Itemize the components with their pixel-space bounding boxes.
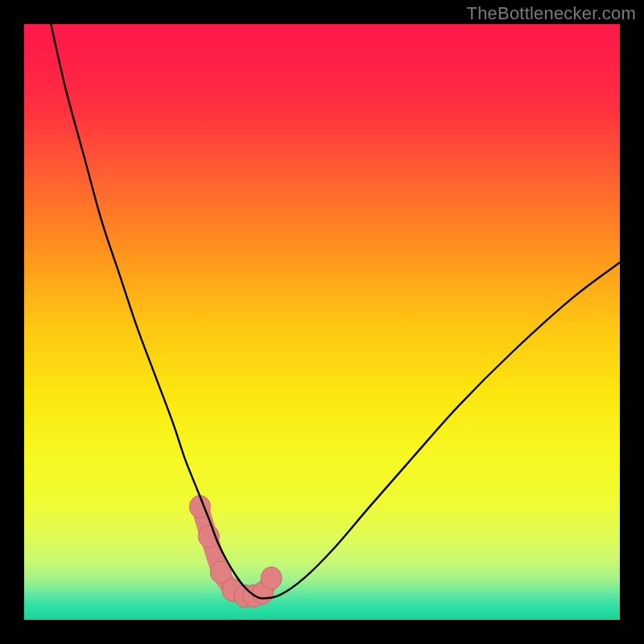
watermark-text: TheBottlenecker.com [467, 3, 636, 24]
plot-area [24, 24, 620, 620]
bottleneck-curve-path [51, 24, 620, 598]
marker-group [189, 495, 282, 607]
chart-frame: TheBottlenecker.com [0, 0, 644, 644]
chart-overlay [24, 24, 620, 620]
marker-dot [261, 567, 282, 589]
